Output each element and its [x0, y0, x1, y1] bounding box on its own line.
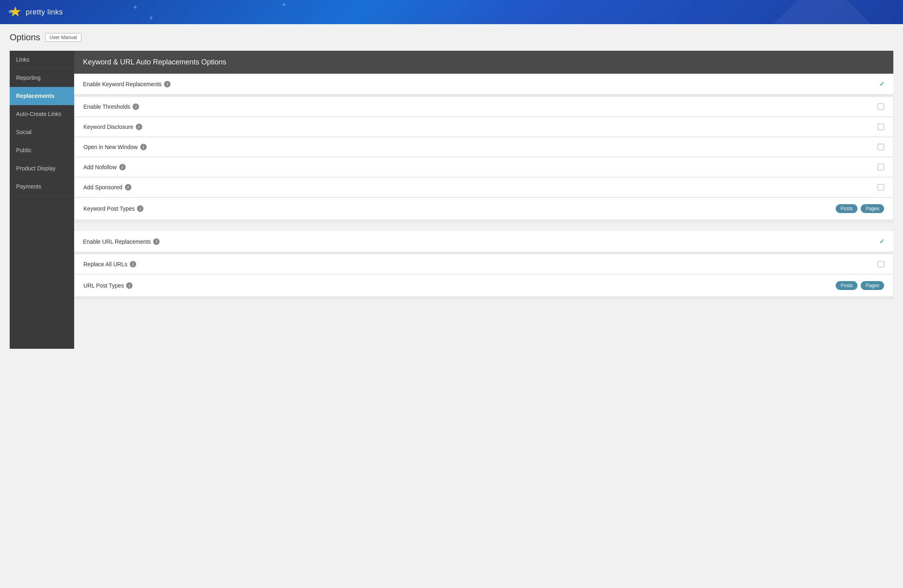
- sidebar-item-auto-create-links[interactable]: Auto-Create Links: [10, 105, 74, 123]
- enable-keyword-replacements-checkmark[interactable]: ✓: [879, 80, 884, 88]
- enable-thresholds-text: Enable Thresholds: [83, 104, 130, 110]
- replace-all-urls-info-icon[interactable]: i: [130, 261, 136, 267]
- keyword-disclosure-checkbox[interactable]: [878, 124, 884, 130]
- add-sponsored-control: [878, 184, 884, 190]
- replace-all-urls-text: Replace All URLs: [83, 261, 127, 267]
- url-post-types-text: URL Post Types: [83, 282, 124, 289]
- add-nofollow-row: Add Nofollow i: [75, 157, 893, 177]
- enable-thresholds-checkbox[interactable]: [878, 104, 884, 110]
- keyword-post-types-info-icon[interactable]: i: [137, 205, 143, 212]
- keyword-post-types-posts-tag[interactable]: Posts: [836, 204, 857, 213]
- keyword-post-types-pages-tag[interactable]: Pages: [861, 204, 884, 213]
- sidebar-item-social[interactable]: Social: [10, 123, 74, 141]
- enable-url-replacements-row: Enable URL Replacements i ✓: [74, 231, 893, 252]
- logo-area: pretty links: [8, 5, 63, 19]
- content-layout: Links Reporting Replacements Auto-Create…: [10, 51, 893, 349]
- enable-thresholds-control: [878, 104, 884, 110]
- open-in-new-window-info-icon[interactable]: i: [140, 144, 147, 150]
- enable-keyword-replacements-control: ✓: [879, 80, 884, 88]
- page-wrapper: Options User Manual Links Reporting Repl…: [0, 24, 903, 357]
- replace-all-urls-label: Replace All URLs i: [83, 261, 878, 267]
- keyword-disclosure-info-icon[interactable]: i: [136, 124, 142, 130]
- open-in-new-window-label: Open in New Window i: [83, 144, 878, 150]
- enable-keyword-replacements-row: Enable Keyword Replacements i ✓: [74, 74, 893, 95]
- replace-all-urls-checkbox[interactable]: [878, 261, 884, 267]
- keyword-post-types-text: Keyword Post Types: [83, 205, 135, 212]
- url-post-types-info-icon[interactable]: i: [126, 282, 133, 289]
- enable-thresholds-info-icon[interactable]: i: [133, 104, 139, 110]
- url-post-types-label: URL Post Types i: [83, 282, 836, 289]
- keyword-post-types-control: Posts Pages: [836, 204, 884, 213]
- plus-decoration-1: +: [133, 3, 137, 12]
- sidebar-item-payments[interactable]: Payments: [10, 178, 74, 196]
- sidebar-item-replacements[interactable]: Replacements: [10, 87, 74, 105]
- sidebar-item-product-display[interactable]: Product Display: [10, 159, 74, 178]
- add-nofollow-checkbox[interactable]: [878, 164, 884, 170]
- keyword-disclosure-control: [878, 124, 884, 130]
- replace-all-urls-row: Replace All URLs i: [75, 255, 893, 274]
- open-in-new-window-checkbox[interactable]: [878, 144, 884, 150]
- open-in-new-window-text: Open in New Window: [83, 144, 138, 150]
- url-post-types-row: URL Post Types i Posts Pages: [75, 275, 893, 297]
- keyword-disclosure-label: Keyword Disclosure i: [83, 124, 878, 130]
- url-sub-section: Replace All URLs i URL Post Types i Post…: [74, 252, 893, 299]
- add-nofollow-info-icon[interactable]: i: [119, 164, 126, 170]
- sidebar: Links Reporting Replacements Auto-Create…: [10, 51, 74, 349]
- enable-url-replacements-checkmark[interactable]: ✓: [879, 238, 884, 245]
- section-header: Keyword & URL Auto Replacements Options: [74, 51, 893, 74]
- user-manual-button[interactable]: User Manual: [45, 33, 81, 42]
- add-nofollow-control: [878, 164, 884, 170]
- add-sponsored-info-icon[interactable]: i: [125, 184, 131, 190]
- add-sponsored-label: Add Sponsored i: [83, 184, 878, 190]
- url-post-types-pages-tag[interactable]: Pages: [861, 281, 884, 290]
- add-sponsored-row: Add Sponsored i: [75, 178, 893, 197]
- enable-url-replacements-info-icon[interactable]: i: [153, 238, 160, 245]
- plus-decoration-3: +: [149, 14, 154, 23]
- url-post-types-control: Posts Pages: [836, 281, 884, 290]
- add-nofollow-text: Add Nofollow: [83, 164, 117, 170]
- add-sponsored-text: Add Sponsored: [83, 184, 122, 190]
- keyword-disclosure-text: Keyword Disclosure: [83, 124, 133, 130]
- page-title-area: Options User Manual: [10, 32, 893, 43]
- enable-url-replacements-text: Enable URL Replacements: [83, 238, 151, 245]
- enable-thresholds-label: Enable Thresholds i: [83, 104, 878, 110]
- keyword-sub-section: Enable Thresholds i Keyword Disclosure i: [74, 95, 893, 222]
- add-sponsored-checkbox[interactable]: [878, 184, 884, 190]
- sidebar-item-public[interactable]: Public: [10, 141, 74, 159]
- open-in-new-window-row: Open in New Window i: [75, 137, 893, 157]
- replace-all-urls-control: [878, 261, 884, 267]
- header: + + + pretty links: [0, 0, 903, 24]
- svg-marker-0: [10, 6, 21, 17]
- enable-url-replacements-label: Enable URL Replacements i: [83, 238, 879, 245]
- section-gap: [74, 223, 893, 231]
- keyword-disclosure-row: Keyword Disclosure i: [75, 117, 893, 137]
- enable-keyword-replacements-label: Enable Keyword Replacements i: [83, 81, 879, 87]
- open-in-new-window-control: [878, 144, 884, 150]
- keyword-post-types-row: Keyword Post Types i Posts Pages: [75, 198, 893, 220]
- enable-url-replacements-control: ✓: [879, 238, 884, 245]
- logo-icon: [8, 5, 23, 19]
- enable-keyword-replacements-text: Enable Keyword Replacements: [83, 81, 162, 87]
- sidebar-item-reporting[interactable]: Reporting: [10, 69, 74, 87]
- add-nofollow-label: Add Nofollow i: [83, 164, 878, 170]
- enable-keyword-replacements-info-icon[interactable]: i: [164, 81, 170, 87]
- enable-thresholds-row: Enable Thresholds i: [75, 97, 893, 117]
- plus-decoration-2: +: [282, 1, 286, 9]
- logo-text: pretty links: [26, 8, 63, 17]
- url-post-types-posts-tag[interactable]: Posts: [836, 281, 857, 290]
- main-content: Keyword & URL Auto Replacements Options …: [74, 51, 893, 349]
- sidebar-item-links[interactable]: Links: [10, 51, 74, 69]
- page-title: Options: [10, 32, 40, 43]
- keyword-post-types-label: Keyword Post Types i: [83, 205, 836, 212]
